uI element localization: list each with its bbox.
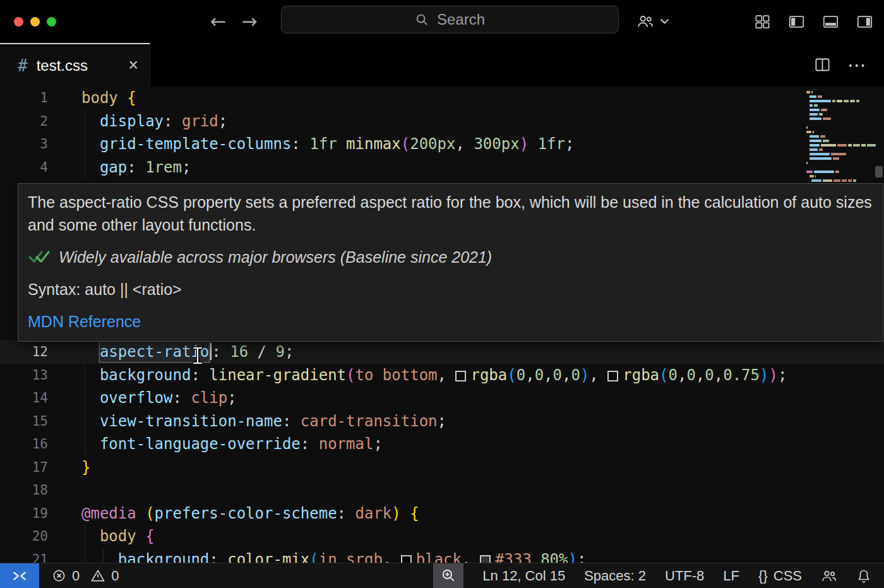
editor[interactable]: 1body {2 display: grid;3 grid-template-c… <box>0 87 884 563</box>
scrollbar-thumb[interactable] <box>875 166 883 177</box>
minimize-window-button[interactable] <box>30 17 40 27</box>
code-line-16[interactable]: 16 font-language-override: normal; <box>0 433 884 456</box>
code-line-21[interactable]: 21 background: color-mix(in srgb, black,… <box>0 548 884 563</box>
line-number: 17 <box>0 456 48 479</box>
split-editor-icon[interactable] <box>814 56 831 73</box>
warning-count: 0 <box>111 568 119 584</box>
layout-controls <box>754 0 873 43</box>
mdn-reference-link[interactable]: MDN Reference <box>28 310 873 333</box>
search-icon <box>415 13 429 27</box>
zoom-button[interactable] <box>433 563 463 588</box>
code-line-19[interactable]: 19@media (prefers-color-scheme: dark) { <box>0 502 884 525</box>
color-swatch[interactable] <box>480 555 491 563</box>
tab-bar: # test.css × ⋯ <box>0 43 884 87</box>
mouse-text-cursor <box>191 346 204 365</box>
line-number: 20 <box>0 525 48 548</box>
toggle-sidebar-icon[interactable] <box>788 13 805 30</box>
color-swatch[interactable] <box>455 371 466 381</box>
line-number: 1 <box>0 87 48 110</box>
accounts-menu[interactable] <box>636 0 669 43</box>
language-label: CSS <box>774 568 802 584</box>
status-accounts-icon[interactable] <box>821 568 837 584</box>
color-swatch[interactable] <box>401 555 412 563</box>
line-number: 12 <box>0 340 48 364</box>
customize-layout-icon[interactable] <box>754 13 771 30</box>
line-number: 15 <box>0 410 48 433</box>
toggle-panel-icon[interactable] <box>822 13 839 30</box>
line-number: 4 <box>0 156 48 179</box>
code-line-20[interactable]: 20 body { <box>0 525 884 548</box>
remote-indicator[interactable] <box>0 563 39 588</box>
command-center-search[interactable]: Search <box>281 6 619 33</box>
code-line-4[interactable]: 4 gap: 1rem; <box>0 156 884 179</box>
hover-description: The aspect-ratio CSS property sets a pre… <box>28 191 873 236</box>
line-number: 13 <box>0 364 48 387</box>
status-bar: 0 0 Ln 12, Col 15 Spaces: 2 UTF-8 LF {} <box>0 563 884 588</box>
status-right-group: Ln 12, Col 15 Spaces: 2 UTF-8 LF {} CSS <box>433 563 884 588</box>
code-line-13[interactable]: 13 background: linear-gradient(to bottom… <box>0 364 884 387</box>
hover-baseline-row: Widely available across major browsers (… <box>28 246 873 268</box>
hover-tooltip: The aspect-ratio CSS property sets a pre… <box>18 183 883 342</box>
accounts-icon <box>636 13 654 30</box>
line-number: 16 <box>0 433 48 456</box>
error-count: 0 <box>72 568 80 584</box>
forward-button[interactable]: → <box>241 12 257 31</box>
line-number: 18 <box>0 479 48 502</box>
more-actions-icon[interactable]: ⋯ <box>847 56 868 75</box>
code-line-12[interactable]: 12 aspect-ratio: 16 / 9; <box>0 340 884 364</box>
window-controls <box>14 0 56 43</box>
baseline-check-icon <box>28 250 51 264</box>
maximize-window-button[interactable] <box>47 17 56 27</box>
history-nav: ← → <box>210 0 257 43</box>
tab-test-css[interactable]: # test.css × <box>0 43 150 87</box>
css-file-icon: # <box>18 56 28 75</box>
close-tab-icon[interactable]: × <box>128 57 138 74</box>
code-line-17[interactable]: 17} <box>0 456 884 479</box>
code-line-3[interactable]: 3 grid-template-columns: 1fr minmax(200p… <box>0 133 884 156</box>
braces-icon: {} <box>758 568 768 584</box>
back-button[interactable]: ← <box>210 12 226 31</box>
minimap[interactable] <box>802 87 884 183</box>
title-bar: ← → Search <box>0 0 884 43</box>
tab-label: test.css <box>37 57 88 75</box>
code-line-18[interactable]: 18 <box>0 479 884 502</box>
chevron-down-icon <box>660 18 669 25</box>
line-number: 3 <box>0 133 48 156</box>
code-line-1[interactable]: 1body { <box>0 87 884 110</box>
warning-icon <box>90 568 105 583</box>
search-placeholder: Search <box>437 11 485 28</box>
line-number: 21 <box>0 548 48 563</box>
bell-icon[interactable] <box>856 568 871 584</box>
line-number: 19 <box>0 502 48 525</box>
baseline-text: Widely available across major browsers (… <box>59 246 492 268</box>
code-line-15[interactable]: 15 view-transition-name: card-transition… <box>0 410 884 433</box>
indentation[interactable]: Spaces: 2 <box>584 568 646 584</box>
error-icon <box>52 568 66 583</box>
code-line-14[interactable]: 14 overflow: clip; <box>0 387 884 410</box>
cursor-position[interactable]: Ln 12, Col 15 <box>482 568 565 584</box>
toggle-secondary-sidebar-icon[interactable] <box>856 13 873 30</box>
code-line-2[interactable]: 2 display: grid; <box>0 110 884 133</box>
close-window-button[interactable] <box>14 17 23 27</box>
color-swatch[interactable] <box>607 371 618 381</box>
hover-syntax: Syntax: auto || <ratio> <box>28 278 873 301</box>
vscode-window: ← → Search <box>0 0 884 588</box>
line-number: 2 <box>0 110 48 133</box>
language-mode[interactable]: {} CSS <box>758 568 802 584</box>
encoding[interactable]: UTF-8 <box>665 568 704 584</box>
problems-summary[interactable]: 0 0 <box>52 568 119 584</box>
eol-sequence[interactable]: LF <box>723 568 739 584</box>
line-number: 14 <box>0 387 48 410</box>
editor-actions: ⋯ <box>814 43 868 87</box>
